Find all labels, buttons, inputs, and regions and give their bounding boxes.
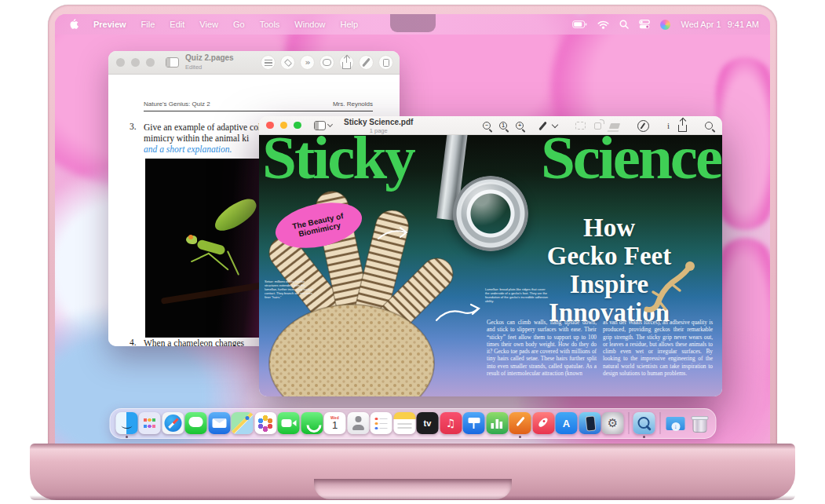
view-options-icon[interactable] <box>261 55 276 70</box>
selection-tool-icon[interactable] <box>575 122 586 130</box>
dock-preview-icon[interactable] <box>633 412 655 434</box>
macbook-display: Preview File Edit View Go Tools Window H… <box>55 14 770 444</box>
insert-object-icon[interactable] <box>280 55 295 70</box>
tape-roll-photo <box>453 176 528 251</box>
doc-header-right: Mrs. Reynolds <box>333 100 373 108</box>
minimize-button[interactable] <box>280 122 288 130</box>
dock-tv-icon[interactable]: tv <box>417 412 439 434</box>
dock-maps-icon[interactable] <box>232 412 254 434</box>
control-center-icon[interactable] <box>639 20 650 29</box>
wallpaper-blob <box>716 57 770 230</box>
dock-pages-icon[interactable] <box>509 412 531 434</box>
menu-edit[interactable]: Edit <box>170 20 184 29</box>
minimize-button[interactable] <box>131 58 140 67</box>
zoom-button[interactable] <box>294 122 301 130</box>
collaborate-icon[interactable]: » <box>300 55 315 70</box>
menu-app-name[interactable]: Preview <box>93 20 126 29</box>
window-controls <box>116 58 155 67</box>
wifi-icon[interactable] <box>597 20 609 29</box>
dock-contacts-icon[interactable] <box>347 412 369 434</box>
menu-go[interactable]: Go <box>233 20 245 29</box>
desktop-photo: Preview File Edit View Go Tools Window H… <box>0 0 825 504</box>
preview-window-title: Sticky Science.pdf 1 page <box>344 118 413 135</box>
running-indicator <box>126 436 128 438</box>
pdf-page: Sticky Science <box>259 135 722 396</box>
menu-bar-clock[interactable]: Wed Apr 1 9:41 AM <box>681 20 759 29</box>
dock-trash-icon[interactable] <box>688 412 710 434</box>
question-4-number: 4. <box>130 338 137 346</box>
gecko-illustration <box>637 261 700 316</box>
page-count: 1 page <box>344 126 413 135</box>
running-indicator <box>519 436 521 438</box>
chevron-down-icon <box>327 122 332 127</box>
dock-finder-icon[interactable] <box>115 412 137 434</box>
status-time: 9:41 AM <box>728 20 759 29</box>
menu-view[interactable]: View <box>199 20 218 29</box>
menu-window[interactable]: Window <box>294 20 325 29</box>
dock: Wed1tv♫A⚙↓ <box>109 408 716 439</box>
dock-phone-icon[interactable] <box>301 412 323 434</box>
preview-titlebar[interactable]: Sticky Science.pdf 1 page −1+i <box>259 116 722 135</box>
battery-icon[interactable] <box>572 20 587 28</box>
setae-caption: Setae: millions of tiny hairlike structu… <box>265 279 316 299</box>
dock-reminders-icon[interactable] <box>371 412 392 434</box>
zoom-button[interactable] <box>146 58 155 67</box>
dock-safari-icon[interactable] <box>162 412 184 434</box>
markup-menu-chevron-icon[interactable] <box>553 125 557 127</box>
annotate-icon[interactable] <box>637 120 649 132</box>
inspector-icon[interactable]: i <box>667 121 670 131</box>
menu-help[interactable]: Help <box>340 20 358 29</box>
dock-separator <box>659 412 660 434</box>
zoom-out-icon[interactable]: − <box>483 122 491 130</box>
dock-music-icon[interactable]: ♫ <box>440 412 462 434</box>
sidebar-toggle-icon[interactable] <box>166 57 179 68</box>
zoom-actual-size-icon[interactable]: 1 <box>499 122 507 130</box>
dock-photos-icon[interactable] <box>254 412 276 434</box>
status-date: Wed Apr 1 <box>681 20 721 29</box>
search-icon[interactable] <box>705 122 713 130</box>
preview-window[interactable]: Sticky Science.pdf 1 page −1+i Sticky Sc… <box>259 116 722 396</box>
document-settings-icon[interactable] <box>378 55 393 70</box>
markup-pen-icon[interactable] <box>542 121 544 131</box>
doc-header-left: Nature's Genius: Quiz 2 <box>144 100 210 108</box>
pages-toolbar: » <box>261 55 393 70</box>
dock-keynote-icon[interactable] <box>463 412 485 434</box>
dock-separator <box>628 412 629 434</box>
dock-downloads-icon[interactable]: ↓ <box>665 412 687 434</box>
pages-window-title: Quiz 2.pages Edited <box>185 53 234 72</box>
dock-mail-icon[interactable] <box>208 412 230 434</box>
comments-icon[interactable] <box>319 55 334 70</box>
dock-appstore-icon[interactable]: A <box>556 412 578 434</box>
rotate-left-icon[interactable] <box>594 122 601 130</box>
sidebar-toggle[interactable] <box>314 121 332 130</box>
dock-messages-icon[interactable] <box>185 412 207 434</box>
close-button[interactable] <box>116 58 125 67</box>
siri-icon[interactable] <box>660 20 670 30</box>
question-3-number: 3. <box>130 122 137 131</box>
dock-games-icon[interactable] <box>532 412 554 434</box>
menu-file[interactable]: File <box>141 20 155 29</box>
window-controls <box>266 122 301 130</box>
redact-icon[interactable] <box>610 123 619 129</box>
zoom-in-icon[interactable]: + <box>516 122 524 130</box>
format-pen-icon[interactable] <box>359 55 374 70</box>
laptop-base <box>30 444 795 500</box>
menu-tools[interactable]: Tools <box>260 20 280 29</box>
share-icon[interactable] <box>678 119 687 132</box>
pdf-body-column-1: Geckos can climb walls, hang upside down… <box>487 319 597 377</box>
apple-menu-icon[interactable] <box>69 18 78 31</box>
dock-iphone-mirroring-icon[interactable] <box>579 412 600 434</box>
search-icon[interactable] <box>619 20 629 29</box>
doc-header-rule <box>144 111 373 111</box>
pages-titlebar[interactable]: Quiz 2.pages Edited » <box>108 51 400 75</box>
dock-facetime-icon[interactable] <box>278 412 300 434</box>
pdf-body-column-2: as van der Waals forces), an adhesive qu… <box>603 319 713 377</box>
dock-notes-icon[interactable] <box>393 412 415 434</box>
close-button[interactable] <box>266 122 274 130</box>
dock-launchpad-icon[interactable] <box>139 412 161 434</box>
dock-numbers-icon[interactable] <box>486 412 508 434</box>
share-icon[interactable] <box>339 55 354 70</box>
running-indicator <box>643 436 645 438</box>
dock-calendar-icon[interactable]: Wed1 <box>324 412 346 434</box>
dock-settings-icon[interactable]: ⚙ <box>602 412 624 434</box>
